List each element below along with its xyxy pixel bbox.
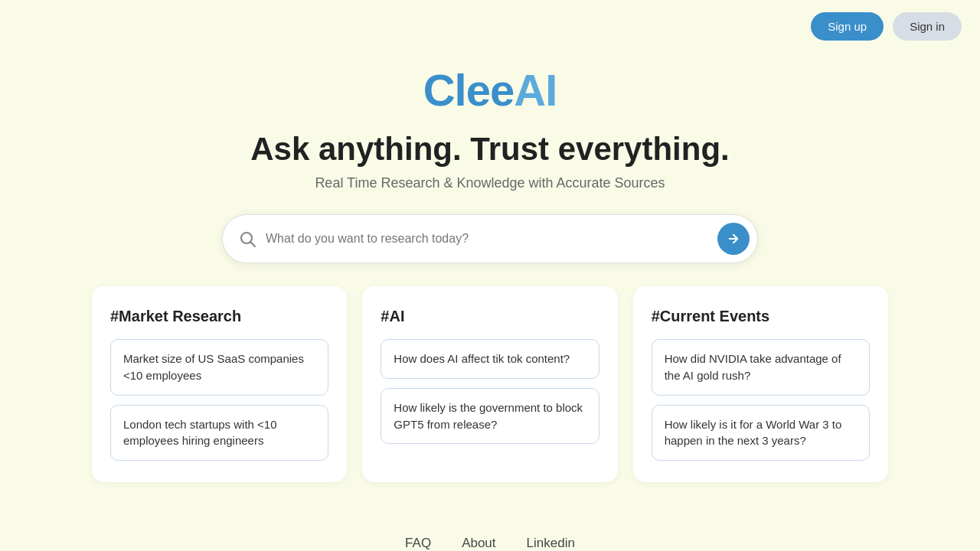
query-card-market-research-1[interactable]: London tech startups with <10 employees … [110, 405, 328, 461]
signin-button[interactable]: Sign in [893, 12, 962, 41]
logo: CleeAI [423, 68, 557, 112]
query-card-market-research-0[interactable]: Market size of US SaaS companies <10 emp… [110, 339, 328, 396]
hero-section: Ask anything. Trust everything. Real Tim… [0, 131, 980, 191]
category-title-ai: #AI [381, 308, 599, 325]
search-input[interactable] [266, 232, 717, 246]
signup-button[interactable]: Sign up [811, 12, 884, 41]
footer: FAQAboutLinkedin [0, 513, 980, 551]
search-icon [238, 230, 256, 248]
footer-link-faq[interactable]: FAQ [405, 536, 431, 551]
logo-container: CleeAI [0, 68, 980, 112]
category-card-market-research: #Market ResearchMarket size of US SaaS c… [92, 286, 347, 482]
svg-line-1 [251, 243, 256, 247]
search-box [222, 214, 758, 263]
query-card-current-events-1[interactable]: How likely is it for a World War 3 to ha… [652, 405, 870, 461]
header: Sign up Sign in [0, 0, 980, 53]
logo-ai: AI [514, 65, 557, 115]
footer-link-linkedin[interactable]: Linkedin [527, 536, 575, 551]
category-title-current-events: #Current Events [652, 308, 870, 325]
query-card-ai-1[interactable]: How likely is the government to block GP… [381, 388, 599, 445]
category-card-current-events: #Current EventsHow did NVIDIA take advan… [633, 286, 888, 482]
footer-link-about[interactable]: About [462, 536, 495, 551]
hero-title: Ask anything. Trust everything. [0, 131, 980, 168]
logo-clee: Clee [423, 65, 514, 115]
search-submit-button[interactable] [717, 223, 750, 255]
categories-section: #Market ResearchMarket size of US SaaS c… [0, 286, 980, 482]
query-card-ai-0[interactable]: How does AI affect tik tok content? [381, 339, 599, 379]
hero-subtitle: Real Time Research & Knowledge with Accu… [0, 175, 980, 191]
query-card-current-events-0[interactable]: How did NVIDIA take advantage of the AI … [652, 339, 870, 396]
category-title-market-research: #Market Research [110, 308, 328, 325]
category-card-ai: #AIHow does AI affect tik tok content?Ho… [362, 286, 617, 482]
search-container [0, 214, 980, 263]
